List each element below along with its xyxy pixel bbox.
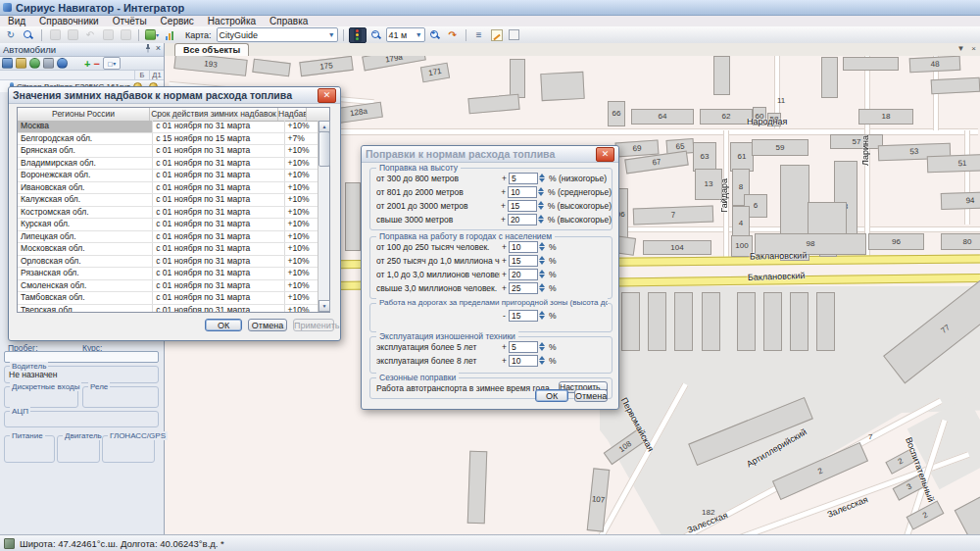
spin-up-icon[interactable]	[539, 311, 545, 315]
find-vehicle-icon[interactable]	[2, 58, 13, 69]
add-vehicle-button[interactable]: +	[84, 58, 90, 70]
spin-down-icon[interactable]	[538, 192, 544, 196]
close-icon[interactable]: ✕	[596, 147, 614, 162]
menu-service[interactable]: Сервис	[161, 16, 194, 26]
menu-directories[interactable]: Справочники	[39, 16, 99, 26]
spin-up-icon[interactable]	[539, 174, 545, 177]
table-row[interactable]: Воронежская обл.с 01 ноября по 31 марта+…	[18, 170, 318, 182]
apply-button[interactable]: Применить	[293, 319, 334, 331]
globe2-icon[interactable]	[57, 58, 68, 69]
table-row[interactable]: Смоленская обл.с 01 ноября по 31 марта+1…	[18, 280, 318, 293]
edit-vehicle-icon[interactable]	[16, 58, 26, 69]
spin-input[interactable]: 15	[509, 310, 538, 322]
spin-down-icon[interactable]	[539, 288, 545, 292]
ok-button[interactable]: ОК	[535, 389, 568, 402]
chart-button[interactable]	[162, 28, 177, 42]
column-header-period[interactable]: Срок действия зимних надбавок	[150, 108, 278, 121]
tab-all-objects[interactable]: Все объекты	[174, 43, 249, 56]
spin-up-icon[interactable]	[539, 256, 545, 260]
spin-input[interactable]: 5	[509, 341, 538, 353]
layers-button[interactable]	[118, 28, 133, 42]
spin-down-icon[interactable]	[539, 178, 545, 182]
table-scrollbar[interactable]: ▲ ▼	[318, 121, 329, 312]
zoom-in-button[interactable]: +	[427, 28, 443, 42]
spin-input[interactable]: 20	[508, 214, 537, 225]
spin-up-icon[interactable]	[539, 342, 545, 346]
dialog-title-bar[interactable]: Поправки к нормам расхода топлива ✕	[362, 146, 618, 163]
table-row[interactable]: Владимирская обл.с 01 ноября по 31 марта…	[18, 158, 318, 171]
spin-down-icon[interactable]	[539, 316, 545, 320]
dialog-title-bar[interactable]: Значения зимних надбавок к нормам расход…	[9, 87, 340, 104]
table-row[interactable]: Брянская обл.с 01 ноября по 31 марта+10%	[18, 145, 318, 158]
spin-up-icon[interactable]	[538, 201, 544, 205]
scroll-down-icon[interactable]: ▼	[318, 300, 330, 312]
table-row[interactable]: Москвас 01 ноября по 31 марта+10%	[18, 121, 318, 133]
table-row[interactable]: Тамбовская обл.с 01 ноября по 31 марта+1…	[18, 292, 318, 305]
spin-input[interactable]: 10	[509, 355, 538, 367]
table-row[interactable]: Курская обл.с 01 ноября по 31 марта+10%	[18, 219, 318, 231]
scrollbar-thumb[interactable]	[318, 131, 330, 167]
spin-down-icon[interactable]	[538, 220, 544, 224]
close-panel-icon[interactable]: ×	[156, 44, 161, 55]
pin-icon[interactable]	[144, 44, 152, 55]
table-row[interactable]: Ивановская обл.с 01 ноября по 31 марта+1…	[18, 182, 318, 195]
spin-down-icon[interactable]	[539, 261, 545, 265]
vehicle-tools-button[interactable]: ▾	[144, 28, 160, 42]
view-mode-split-button[interactable]: ▢▾	[103, 57, 121, 70]
menu-settings[interactable]: Настройка	[208, 16, 256, 26]
object-list-button[interactable]: ≡	[471, 28, 487, 42]
menu-view[interactable]: Вид	[8, 16, 25, 26]
camera-icon[interactable]	[43, 58, 54, 69]
map-select-combo[interactable]: CityGuide ▼	[217, 27, 338, 42]
zoom-out-button[interactable]: −	[368, 28, 384, 42]
search-button[interactable]	[21, 28, 36, 42]
table-row[interactable]: Рязанская обл.с 01 ноября по 31 марта+10…	[18, 268, 318, 280]
cancel-button[interactable]: Отмена	[574, 389, 608, 402]
grid-button[interactable]	[100, 28, 116, 42]
menu-reports[interactable]: Отчёты	[113, 16, 147, 26]
spin-up-icon[interactable]	[539, 242, 545, 246]
spin-down-icon[interactable]	[539, 247, 545, 251]
table-row[interactable]: Липецкая обл.с 01 ноября по 31 марта+10%	[18, 231, 318, 244]
traffic-toggle-button[interactable]	[349, 27, 367, 43]
column-header-allowance[interactable]: Надбавка	[278, 108, 307, 121]
spin-input[interactable]: 10	[508, 186, 537, 198]
remove-vehicle-button[interactable]: −	[93, 58, 99, 70]
spin-up-icon[interactable]	[539, 283, 545, 287]
close-icon[interactable]: ✕	[318, 88, 336, 103]
spin-input[interactable]: 25	[509, 282, 538, 294]
map-scale-combo[interactable]: 41 м ▼	[386, 27, 425, 42]
spin-input[interactable]: 5	[509, 173, 538, 184]
spin-input[interactable]: 15	[508, 200, 537, 212]
spin-down-icon[interactable]	[538, 206, 544, 210]
edit-object-button[interactable]	[47, 28, 63, 42]
ok-button[interactable]: ОК	[205, 319, 242, 331]
spin-down-icon[interactable]	[539, 361, 545, 365]
selection-mode-button[interactable]	[507, 28, 522, 42]
table-row[interactable]: Калужская обл.с 01 ноября по 31 марта+10…	[18, 194, 318, 207]
spin-input[interactable]: 15	[509, 255, 538, 267]
table-row[interactable]: Орловская обл.с 01 ноября по 31 марта+10…	[18, 256, 318, 269]
copy-button[interactable]	[65, 28, 80, 42]
spin-down-icon[interactable]	[539, 347, 545, 351]
cancel-button[interactable]: Отмена	[248, 319, 287, 331]
undo-button[interactable]: ↶	[82, 28, 98, 42]
spin-up-icon[interactable]	[538, 215, 544, 219]
table-row[interactable]: Костромская обл.с 01 ноября по 31 марта+…	[18, 207, 318, 220]
table-row[interactable]: Белгородская обл.с 15 ноября по 15 марта…	[18, 133, 318, 146]
spin-up-icon[interactable]	[539, 356, 545, 360]
globe-icon[interactable]	[29, 58, 40, 69]
table-row[interactable]: Московская обл.с 01 ноября по 31 марта+1…	[18, 243, 318, 256]
table-row[interactable]: Тверская обл.с 01 ноября по 31 марта+10%	[18, 305, 318, 313]
spin-up-icon[interactable]	[539, 270, 545, 274]
tab-list-dropdown-icon[interactable]: ▼	[956, 44, 964, 53]
spin-input[interactable]: 20	[509, 269, 538, 280]
column-header-region[interactable]: Регионы России	[18, 108, 150, 121]
spin-up-icon[interactable]	[538, 187, 544, 191]
tab-close-icon[interactable]: ×	[971, 44, 976, 53]
notes-button[interactable]	[489, 28, 505, 42]
spin-input[interactable]: 10	[509, 241, 538, 253]
spin-down-icon[interactable]	[539, 275, 545, 278]
go-home-button[interactable]: ↷	[445, 28, 461, 42]
refresh-button[interactable]: ↻	[3, 28, 19, 42]
